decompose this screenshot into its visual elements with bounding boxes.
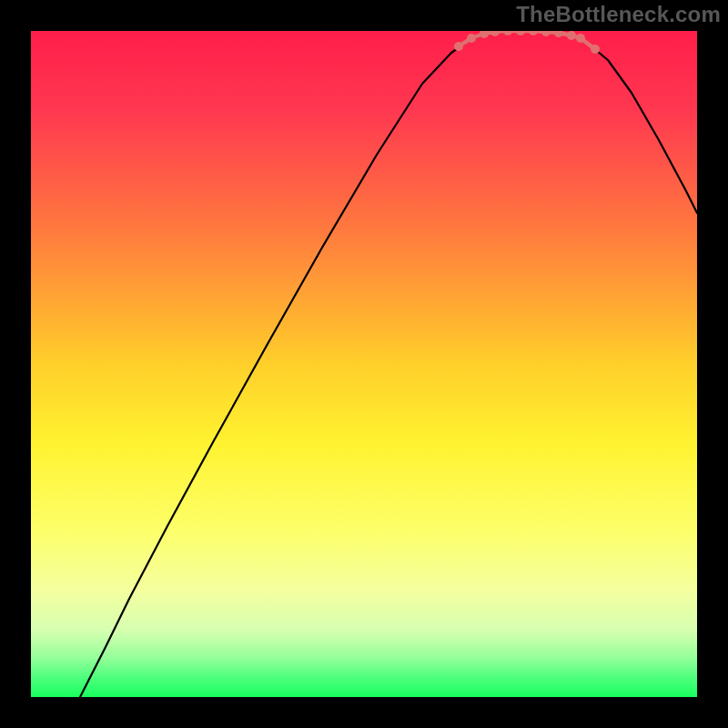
chart-stage: TheBottleneck.com — [0, 0, 728, 728]
highlight-dot — [467, 34, 476, 43]
highlight-dot — [567, 31, 576, 40]
highlight-dot — [576, 34, 585, 43]
chart-svg — [31, 31, 697, 697]
watermark-text: TheBottleneck.com — [516, 2, 721, 27]
highlight-dot — [454, 42, 463, 51]
plot-area — [31, 31, 697, 697]
highlight-dot — [591, 45, 600, 54]
